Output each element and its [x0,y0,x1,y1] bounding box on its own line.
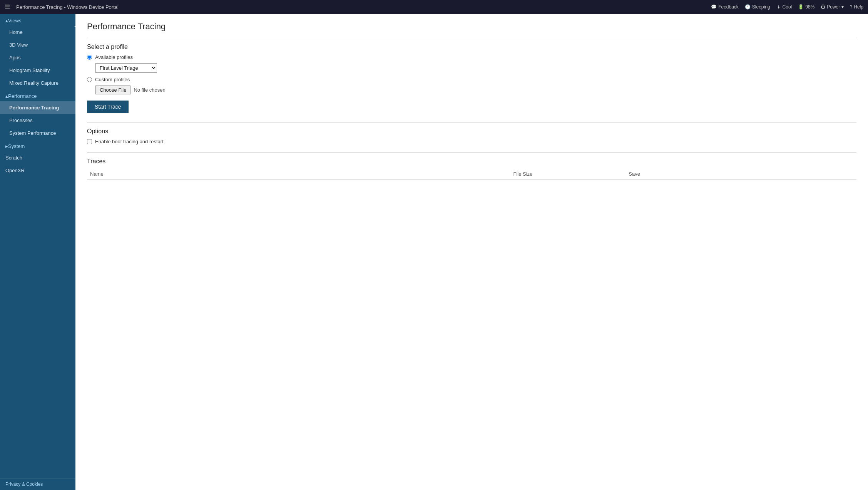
options-section: Options Enable boot tracing and restart [87,128,856,144]
battery-icon: 🔋 [798,4,804,10]
choose-file-button[interactable]: Choose File [95,86,130,94]
sidebar-views-header[interactable]: ▴Views [0,14,75,26]
power-label: Power ▾ [827,4,843,10]
traces-section: Traces Name File Size Save [87,158,856,180]
start-trace-button[interactable]: Start Trace [87,101,129,113]
file-chooser-row: Choose File No file chosen [95,86,856,94]
radio-row-available: Available profiles [87,54,856,60]
no-file-label: No file chosen [134,87,165,93]
power-icon: ⏻ [821,4,825,10]
feedback-button[interactable]: 💬 Feedback [711,4,739,10]
sidebar-item-3dview[interactable]: 3D View [0,39,75,51]
power-button[interactable]: ⏻ Power ▾ [821,4,843,10]
sidebar-item-mixed-reality[interactable]: Mixed Reality Capture [0,77,75,89]
col-header-filesize: File Size [510,169,625,180]
feedback-label: Feedback [718,4,739,10]
sleeping-icon: 🕐 [745,4,751,10]
page-title: Performance Tracing [87,22,856,32]
boot-tracing-checkbox[interactable] [87,139,92,144]
sidebar-item-processes[interactable]: Processes [0,114,75,127]
feedback-icon: 💬 [711,4,717,10]
col-header-name: Name [87,169,510,180]
sidebar-system-header[interactable]: ▸System [0,139,75,151]
boot-tracing-label[interactable]: Enable boot tracing and restart [95,139,164,144]
divider-profile [87,38,856,38]
traces-heading: Traces [87,158,856,165]
hamburger-menu[interactable]: ☰ [5,3,10,11]
cool-label: Cool [783,4,792,10]
radio-row-custom: Custom profiles [87,77,856,82]
sidebar-performance-header[interactable]: ▴Performance [0,89,75,101]
sidebar-item-openxr[interactable]: OpenXR [0,164,75,177]
battery-status: 🔋 98% [798,4,814,10]
profile-select-container: First Level Triage General Advanced [95,63,856,73]
help-button[interactable]: ? Help [850,4,863,10]
topbar-actions: 💬 Feedback 🕐 Sleeping 🌡 Cool 🔋 98% ⏻ Pow… [711,4,863,10]
topbar-title: Performance Tracing - Windows Device Por… [16,4,708,10]
sidebar-item-system-performance[interactable]: System Performance [0,127,75,139]
divider-traces [87,152,856,153]
sidebar-item-apps[interactable]: Apps [0,51,75,64]
col-header-save: Save [625,169,856,180]
divider-options [87,122,856,123]
radio-available-profiles[interactable] [87,55,92,60]
select-profile-heading: Select a profile [87,44,856,50]
sleeping-status: 🕐 Sleeping [745,4,770,10]
traces-table-header-row: Name File Size Save [87,169,856,180]
sidebar-item-performance-tracing[interactable]: Performance Tracing [0,101,75,114]
battery-label: 98% [805,4,814,10]
cool-status: 🌡 Cool [776,4,792,10]
custom-profiles-label[interactable]: Custom profiles [95,77,130,82]
traces-table: Name File Size Save [87,169,856,180]
help-label: Help [854,4,863,10]
boot-tracing-row: Enable boot tracing and restart [87,139,856,144]
radio-custom-profiles[interactable] [87,77,92,82]
sidebar-item-home[interactable]: Home [0,26,75,39]
radio-group-profiles: Available profiles First Level Triage Ge… [87,54,856,94]
sidebar-item-hologram[interactable]: Hologram Stability [0,64,75,77]
available-profiles-label[interactable]: Available profiles [95,54,133,60]
help-icon: ? [850,4,853,10]
topbar: ☰ Performance Tracing - Windows Device P… [0,0,868,14]
main-content: Performance Tracing Select a profile Ava… [75,14,868,490]
sleeping-label: Sleeping [752,4,770,10]
thermometer-icon: 🌡 [776,4,781,10]
app-layout: ◀ ▴Views Home 3D View Apps Hologram Stab… [0,14,868,490]
sidebar: ◀ ▴Views Home 3D View Apps Hologram Stab… [0,14,75,490]
options-heading: Options [87,128,856,135]
sidebar-item-scratch[interactable]: Scratch [0,151,75,164]
profile-dropdown[interactable]: First Level Triage General Advanced [95,63,157,73]
sidebar-footer-privacy[interactable]: Privacy & Cookies [0,478,75,490]
